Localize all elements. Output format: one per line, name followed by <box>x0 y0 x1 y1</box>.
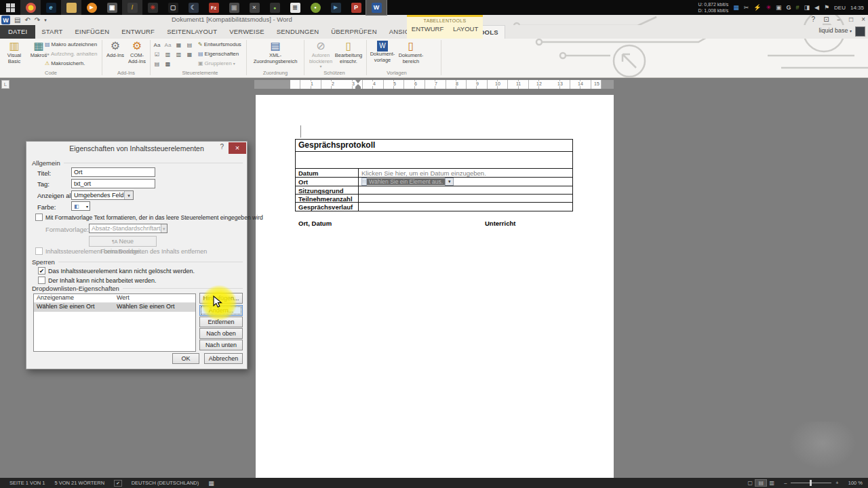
restore-icon[interactable]: □ <box>849 16 853 23</box>
legacy-tools-icon[interactable]: ▩ <box>163 60 173 68</box>
ok-button[interactable]: OK <box>172 353 199 364</box>
titel-input[interactable]: Ort <box>71 167 155 177</box>
taskbar-media-icon[interactable]: ▶ <box>81 0 102 15</box>
tab-verweise[interactable]: VERWEISE <box>223 25 271 39</box>
dropdown-items-list[interactable]: AnzeigenameWert Wählen Sie einen OrtWähl… <box>33 293 196 352</box>
list-row-selected[interactable]: Wählen Sie einen OrtWählen Sie einen Ort <box>34 303 195 312</box>
tab-datei[interactable]: DATEI <box>0 25 35 39</box>
macro-security-button[interactable]: ⚠Makrosicherh. <box>45 60 85 66</box>
redo-icon[interactable]: ↷ <box>35 16 40 24</box>
checkbox-control-icon[interactable]: ☑ <box>152 50 162 59</box>
taskbar-filezilla-icon[interactable]: Fz <box>203 0 224 15</box>
windows-start-icon[interactable] <box>0 0 20 15</box>
group-controls-button[interactable]: ▣Gruppieren ▾ <box>198 60 235 66</box>
zoom-slider-thumb[interactable] <box>810 480 812 486</box>
tray-star-icon[interactable]: ✳ <box>766 4 771 11</box>
anzeigen-als-select[interactable]: Umgebendes Feld▾ <box>71 190 134 200</box>
picture-control-icon[interactable]: ▦ <box>174 41 184 49</box>
taskbar-imageviewer-icon[interactable]: ▣ <box>102 0 122 15</box>
taskbar-app15-icon[interactable]: ● <box>305 0 326 15</box>
tab-sendungen[interactable]: SENDUNGEN <box>271 25 326 39</box>
document-template-button[interactable]: WDokument- vorlage <box>369 39 396 69</box>
taskbar-word-icon[interactable]: W <box>366 0 387 15</box>
save-icon[interactable]: ▤ <box>14 16 20 24</box>
content-control-dropdown-icon[interactable]: ▾ <box>445 178 454 186</box>
taskbar-app14-icon[interactable]: ≣ <box>285 0 305 15</box>
tab-ueberpruefen[interactable]: ÜBERPRÜFEN <box>325 25 382 39</box>
abbrechen-button[interactable]: Abbrechen <box>204 353 243 364</box>
first-line-indent-marker[interactable] <box>355 80 361 83</box>
dropdown-content-control[interactable]: Wählen Sie ein Element aus. <box>367 178 445 185</box>
table-row-ort[interactable]: Ort ∷Wählen Sie ein Element aus.▾ <box>296 177 572 186</box>
taskbar-app13-icon[interactable]: ● <box>264 0 285 15</box>
table-row-datum[interactable]: Datum Klicken Sie hier, um ein Datum ein… <box>296 168 572 177</box>
nach-unten-button[interactable]: Nach unten <box>199 340 243 350</box>
taskbar-ie-icon[interactable]: e <box>41 0 61 15</box>
format-style-checkbox[interactable] <box>35 214 43 221</box>
taskbar-pdf-icon[interactable]: P <box>346 0 366 15</box>
word-app-icon[interactable]: W <box>1 16 10 24</box>
tab-start[interactable]: START <box>35 25 68 39</box>
tab-entwurf[interactable]: ENTWURF <box>115 25 161 39</box>
zoom-out-icon[interactable]: – <box>784 480 787 486</box>
taskbar-app9-icon[interactable]: ☾ <box>183 0 203 15</box>
tab-einfuegen[interactable]: EINFÜGEN <box>69 25 116 39</box>
read-mode-icon[interactable]: ▢ <box>745 480 755 486</box>
avatar[interactable] <box>855 26 865 37</box>
tray-volume-icon[interactable]: ◀ <box>814 4 819 11</box>
zoom-slider[interactable] <box>791 483 831 483</box>
word-count[interactable]: 5 VON 21 WÖRTERN <box>55 480 105 486</box>
repeating-control-icon[interactable]: ▤ <box>152 60 162 68</box>
proofing-icon[interactable]: ✔ <box>114 480 121 487</box>
restrict-editing-button[interactable]: ▯Bearbeitung einschr. <box>335 39 362 69</box>
zoom-level[interactable]: 100 % <box>848 480 863 486</box>
nach-oben-button[interactable]: Nach oben <box>199 328 243 339</box>
pause-recording-button[interactable]: II●Aufzchng. anhalten <box>45 51 97 57</box>
undo-icon[interactable]: ↶ <box>24 16 30 24</box>
table-row-sitzungsgrund[interactable]: Sitzungsgrund <box>296 186 572 194</box>
plaintext-control-icon[interactable]: Aa <box>163 41 173 49</box>
visual-basic-button[interactable]: ▥Visual Basic <box>3 39 26 69</box>
tag-input[interactable]: txt_ort <box>71 179 155 188</box>
tab-seitenlayout[interactable]: SEITENLAYOUT <box>161 25 223 39</box>
tray-icon-1[interactable]: ▦ <box>733 4 739 11</box>
macro-recording-icon[interactable]: ▦ <box>208 480 214 487</box>
taskbar-app16-icon[interactable]: ▶ <box>326 0 346 15</box>
language-indicator[interactable]: DEU <box>834 5 846 11</box>
tray-g-icon[interactable]: G <box>787 4 791 11</box>
qat-customize-icon[interactable]: ▾ <box>44 18 47 23</box>
tab-selector[interactable]: L <box>1 80 9 89</box>
addins-button[interactable]: ⚙Add-Ins <box>104 39 127 69</box>
taskbar-pen-icon[interactable]: / <box>122 0 142 15</box>
tray-screen-icon[interactable]: ▣ <box>776 4 782 11</box>
datepicker-control-icon[interactable]: ▦ <box>184 50 195 59</box>
com-addins-button[interactable]: ⚙COM-Add-Ins <box>125 39 149 69</box>
formatvorlage-select[interactable]: Absatz-Standardschriftart▾ <box>89 224 167 233</box>
buildingblock-control-icon[interactable]: ▤ <box>184 41 195 49</box>
record-macro-button[interactable]: ▤Makro aufzeichnen <box>45 41 97 47</box>
tray-hash-icon[interactable]: # <box>796 4 800 11</box>
print-layout-icon[interactable]: ▤ <box>755 480 766 486</box>
cannot-edit-checkbox[interactable] <box>38 277 45 284</box>
tray-flag-icon[interactable]: ⚑ <box>824 4 829 11</box>
document-panel-button[interactable]: ▯Dokument- bereich <box>397 39 425 69</box>
new-style-button[interactable]: ¶ANeue Formatvorlage... <box>89 236 157 247</box>
table-row-gespraechsverlauf[interactable]: Gesprächsverlauf <box>296 202 572 211</box>
taskbar-app11-icon[interactable]: ▣ <box>224 0 244 15</box>
taskbar-app7-icon[interactable]: ✳ <box>142 0 163 15</box>
close-icon[interactable]: × <box>861 16 865 23</box>
content-control-properties-dialog[interactable]: Eigenschaften von Inhaltssteuerelementen… <box>26 141 248 369</box>
date-placeholder[interactable]: Klicken Sie hier, um ein Datum einzugebe… <box>359 169 572 177</box>
language-status[interactable]: DEUTSCH (DEUTSCHLAND) <box>132 480 199 486</box>
taskbar-app12-icon[interactable]: × <box>244 0 264 15</box>
remove-on-edit-checkbox[interactable] <box>35 247 43 255</box>
protocol-table[interactable]: Gesprächsprotokoll Datum Klicken Sie hie… <box>295 139 573 211</box>
ribbon-display-options-icon[interactable]: ⊡ <box>823 16 829 23</box>
table-heading-row[interactable]: Gesprächsprotokoll <box>296 140 572 151</box>
combobox-control-icon[interactable]: ▥ <box>163 50 173 59</box>
properties-button[interactable]: ▤Eigenschaften <box>198 51 239 57</box>
page-count[interactable]: SEITE 1 VON 1 <box>9 480 45 486</box>
tab-table-layout[interactable]: LAYOUT <box>453 25 478 33</box>
document-page[interactable]: Gesprächsprotokoll Datum Klicken Sie hie… <box>256 95 614 478</box>
cannot-delete-checkbox[interactable]: ✔ <box>38 267 45 274</box>
